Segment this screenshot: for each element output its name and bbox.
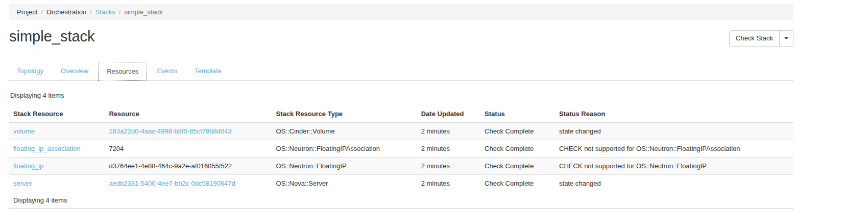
column-header-stack-resource: Stack Resource bbox=[9, 106, 105, 122]
column-header-date-updated: Date Updated bbox=[417, 106, 480, 122]
detail-tabs: TopologyOverviewResourcesEventsTemplate bbox=[9, 62, 793, 81]
table-footer-row: Displaying 4 items bbox=[9, 192, 793, 209]
cell-stack-resource: floating_ip_association bbox=[9, 140, 105, 158]
cell-status: Check Complete bbox=[480, 175, 555, 192]
resource-link[interactable]: aedb2331-5400-4ee7-bb2c-0dc58190647d bbox=[109, 180, 235, 187]
cell-status-reason: state changed bbox=[555, 175, 793, 192]
breadcrumb-item-orchestration: Orchestration bbox=[37, 8, 86, 16]
cell-status: Check Complete bbox=[480, 158, 555, 175]
tab-events: Events bbox=[149, 62, 185, 81]
tab-template-link[interactable]: Template bbox=[187, 62, 229, 80]
table-header-row: Stack ResourceResourceStack Resource Typ… bbox=[9, 106, 793, 122]
breadcrumb-item-stacks: Stacks bbox=[86, 8, 115, 16]
column-header-status-reason: Status Reason bbox=[555, 106, 793, 122]
breadcrumb-label: Project bbox=[17, 8, 37, 16]
cell-status-reason: CHECK not supported for OS::Neutron::Flo… bbox=[555, 140, 793, 158]
stack-resource-link[interactable]: server bbox=[13, 180, 32, 187]
breadcrumb-item-project: Project bbox=[17, 8, 37, 16]
cell-type: OS::Cinder::Volume bbox=[272, 122, 417, 140]
tab-topology: Topology bbox=[9, 62, 51, 81]
cell-type: OS::Neutron::FloatingIP bbox=[272, 158, 417, 175]
stack-actions-button-group: Check Stack bbox=[729, 30, 793, 47]
tab-overview: Overview bbox=[53, 62, 96, 81]
cell-date-updated: 2 minutes bbox=[417, 122, 480, 140]
check-stack-button[interactable]: Check Stack bbox=[729, 30, 780, 47]
column-header-stack-resource-type: Stack Resource Type bbox=[272, 106, 417, 122]
stack-actions-dropdown-toggle[interactable] bbox=[780, 30, 793, 47]
cell-stack-resource: server bbox=[9, 175, 105, 192]
table-row: floating_ip_association7204OS::Neutron::… bbox=[9, 140, 793, 158]
stack-resource-link[interactable]: volume bbox=[13, 127, 35, 135]
cell-status: Check Complete bbox=[480, 122, 555, 140]
tab-resources: Resources bbox=[98, 62, 147, 81]
resources-table: Stack ResourceResourceStack Resource Typ… bbox=[9, 106, 793, 209]
tab-resources-link[interactable]: Resources bbox=[98, 62, 147, 81]
stack-resource-link[interactable]: floating_ip bbox=[13, 162, 43, 170]
breadcrumb-link[interactable]: Stacks bbox=[95, 8, 115, 16]
table-row: floating_ipd3764ee1-4e88-464c-9a2e-af016… bbox=[9, 158, 793, 175]
column-header-resource: Resource bbox=[105, 106, 272, 122]
cell-resource: aedb2331-5400-4ee7-bb2c-0dc58190647d bbox=[105, 175, 272, 192]
breadcrumb-label: simple_stack bbox=[124, 8, 162, 16]
page-header: simple_stack Check Stack bbox=[9, 28, 793, 53]
stack-detail-page: ProjectOrchestrationStackssimple_stack s… bbox=[9, 4, 793, 209]
cell-type: OS::Nova::Server bbox=[272, 175, 417, 192]
cell-date-updated: 2 minutes bbox=[417, 175, 480, 192]
items-count-bottom: Displaying 4 items bbox=[9, 192, 793, 209]
stack-resource-link[interactable]: floating_ip_association bbox=[13, 145, 81, 152]
cell-status-reason: CHECK not supported for OS::Neutron::Flo… bbox=[555, 158, 793, 175]
caret-down-icon bbox=[784, 37, 788, 39]
table-row: volume283a22d0-4aac-4998-b8f0-85cf7988d0… bbox=[9, 122, 793, 140]
cell-stack-resource: floating_ip bbox=[9, 158, 105, 175]
cell-status-reason: state changed bbox=[555, 122, 793, 140]
resource-link[interactable]: 283a22d0-4aac-4998-b8f0-85cf7988d043 bbox=[109, 127, 231, 135]
tab-events-link[interactable]: Events bbox=[149, 62, 185, 80]
breadcrumb-item-simple_stack: simple_stack bbox=[115, 8, 163, 16]
breadcrumb-label: Orchestration bbox=[46, 8, 86, 16]
tab-template: Template bbox=[187, 62, 229, 81]
cell-date-updated: 2 minutes bbox=[417, 158, 480, 175]
cell-stack-resource: volume bbox=[9, 122, 105, 140]
column-header-status: Status bbox=[480, 106, 555, 122]
resources-table-body: volume283a22d0-4aac-4998-b8f0-85cf7988d0… bbox=[9, 122, 793, 192]
cell-resource: d3764ee1-4e88-464c-9a2e-af016055f522 bbox=[105, 158, 272, 175]
cell-resource: 7204 bbox=[105, 140, 272, 158]
items-count-top: Displaying 4 items bbox=[10, 92, 793, 99]
page-title: simple_stack bbox=[9, 28, 95, 45]
cell-date-updated: 2 minutes bbox=[417, 140, 480, 158]
resources-tab-content: Displaying 4 items Stack ResourceResourc… bbox=[9, 92, 793, 209]
table-row: serveraedb2331-5400-4ee7-bb2c-0dc5819064… bbox=[9, 175, 793, 192]
breadcrumb: ProjectOrchestrationStackssimple_stack bbox=[9, 4, 793, 20]
cell-resource: 283a22d0-4aac-4998-b8f0-85cf7988d043 bbox=[105, 122, 272, 140]
tab-overview-link[interactable]: Overview bbox=[53, 62, 96, 80]
cell-type: OS::Neutron::FloatingIPAssociation bbox=[272, 140, 417, 158]
cell-status: Check Complete bbox=[480, 140, 555, 158]
tab-topology-link[interactable]: Topology bbox=[9, 62, 51, 80]
